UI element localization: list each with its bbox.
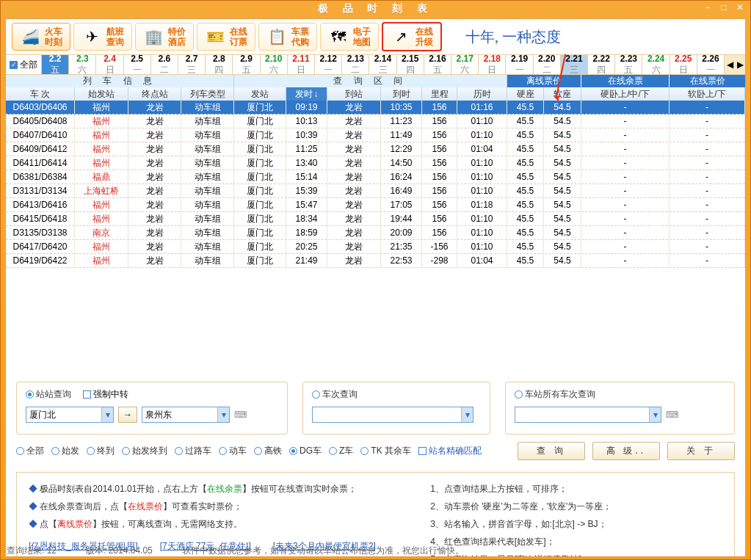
chevron-down-icon[interactable]: ▾ — [101, 407, 113, 422]
column-header[interactable]: 硬卧上/中/下 — [581, 87, 670, 101]
date-cell[interactable]: 2.16五 — [424, 55, 451, 74]
chevron-down-icon[interactable]: ▾ — [649, 407, 661, 422]
table-row[interactable]: D6419/D6422福州龙岩动车组厦门北21:49龙岩22:53-29801:… — [6, 254, 745, 268]
date-cell[interactable]: 2.23五 — [615, 55, 642, 74]
filter-radio[interactable]: TK 其余车 — [360, 445, 411, 457]
minimize-icon[interactable]: － — [702, 2, 714, 12]
app-title: 极 品 时 刻 表 — [318, 2, 434, 15]
toolbar-hotel-button[interactable]: 🏢特价酒店 — [135, 23, 194, 51]
column-header[interactable]: 列车类型 — [181, 87, 234, 101]
date-cell[interactable]: 2.11日 — [288, 55, 315, 74]
date-cell[interactable]: 2.26一 — [697, 55, 725, 74]
tip-item: 1、点查询结果上方按钮，可排序； — [430, 480, 722, 498]
date-cell[interactable]: 2.4日 — [96, 55, 123, 74]
date-cell[interactable]: 2.22四 — [588, 55, 615, 74]
date-cell[interactable]: 2.14三 — [369, 55, 396, 74]
tip-item: 3、站名输入，拼音首字母，如:[北京] -> BJ； — [430, 515, 722, 533]
filter-radio[interactable]: 动车 — [219, 445, 247, 457]
online-price-button[interactable]: 在线票价 — [670, 75, 745, 87]
date-cell[interactable]: 2.5一 — [124, 55, 151, 74]
keyboard-icon[interactable]: ⌨ — [234, 410, 247, 420]
online-remain-button[interactable]: 在线余票 — [581, 75, 670, 87]
date-cell[interactable]: 2.19一 — [506, 55, 533, 74]
offline-price-button[interactable]: 离线票价 — [507, 75, 581, 87]
toolbar-plane-button[interactable]: ✈航班查询 — [73, 23, 132, 51]
date-cell[interactable]: 2.7三 — [178, 55, 206, 74]
column-header[interactable]: 始发站 — [75, 87, 128, 101]
filter-radio[interactable]: 全部 — [16, 445, 44, 457]
station-all-radio[interactable]: 车站所有车次查询 — [515, 388, 595, 401]
toolbar-train-button[interactable]: 🚄火车时刻 — [12, 23, 70, 51]
date-cell[interactable]: 2.18日 — [479, 55, 506, 74]
date-cell[interactable]: 2.8四 — [206, 55, 233, 74]
table-row[interactable]: D6403/D6406福州龙岩动车组厦门北09:19龙岩10:3515601:1… — [6, 101, 745, 114]
table-row[interactable]: D6411/D6414福州龙岩动车组厦门北13:40龙岩14:5015601:1… — [6, 156, 745, 170]
date-strip: ✓ 全部 2.2五2.3六2.4日2.5一2.6二2.7三2.8四2.9五2.1… — [6, 54, 745, 75]
date-cell[interactable]: 2.9五 — [233, 55, 260, 74]
table-row[interactable]: D6417/D6420福州龙岩动车组厦门北20:25龙岩21:35-15601:… — [6, 240, 745, 254]
force-transfer-checkbox[interactable]: 强制中转 — [83, 388, 128, 401]
column-header[interactable]: 车 次 — [6, 87, 75, 101]
table-row[interactable]: D6413/D6416福州龙岩动车组厦门北15:47龙岩17:0515601:1… — [6, 198, 745, 212]
adv-button[interactable]: 高 级.. — [592, 442, 660, 460]
filter-radio[interactable]: 始发终到 — [122, 445, 167, 457]
date-cell[interactable]: 2.12一 — [315, 55, 342, 74]
filter-radio[interactable]: Z车 — [329, 445, 353, 457]
column-header[interactable]: 终点站 — [128, 87, 181, 101]
filter-radio[interactable]: 过路车 — [175, 445, 211, 457]
toolbar-upgrade-button[interactable]: ↗在线升级 — [382, 22, 442, 52]
filter-radio[interactable]: 始发 — [51, 445, 79, 457]
swap-stations-button[interactable]: → — [118, 407, 137, 423]
from-station-select[interactable]: 厦门北▾ — [26, 407, 114, 423]
keyboard-icon[interactable]: ⌨ — [666, 410, 678, 420]
station-query-radio[interactable]: 站站查询 — [26, 388, 71, 401]
column-header[interactable]: 发时 — [286, 87, 327, 101]
date-cell[interactable]: 2.2五 — [42, 55, 69, 74]
filter-radio[interactable]: 高铁 — [254, 445, 282, 457]
chevron-down-icon[interactable]: ▾ — [461, 407, 473, 422]
table-row[interactable]: D6415/D6418福州龙岩动车组厦门北18:34龙岩19:4415601:1… — [6, 212, 745, 226]
column-header[interactable]: 历时 — [457, 87, 507, 101]
chevron-down-icon[interactable]: ▾ — [217, 407, 229, 422]
date-cell[interactable]: 2.3六 — [69, 55, 96, 74]
column-header[interactable]: 软卧上/下 — [670, 87, 745, 101]
date-cell[interactable]: 2.25日 — [670, 55, 697, 74]
date-all-checkbox[interactable]: ✓ 全部 — [6, 55, 42, 74]
train-number-radio[interactable]: 车次查询 — [312, 388, 358, 401]
toolbar-agent-button[interactable]: 📋车票代购 — [258, 23, 317, 51]
filter-radio[interactable]: DG车 — [289, 445, 322, 457]
to-station-select[interactable]: 泉州东▾ — [142, 407, 230, 423]
toolbar-ticket-button[interactable]: 🎫在线订票 — [197, 23, 255, 51]
result-count: 查询结果: 12 — [7, 545, 57, 557]
query-button[interactable]: 查 询 — [518, 442, 585, 460]
table-row[interactable]: D6405/D6408福州龙岩动车组厦门北10:13龙岩11:2315601:1… — [6, 114, 745, 128]
column-header[interactable]: 到站 — [327, 87, 381, 101]
map-icon: 🗺 — [328, 26, 349, 47]
station-all-select[interactable]: ▾ — [515, 407, 661, 423]
close-icon[interactable]: ✕ — [734, 2, 746, 12]
table-row[interactable]: D3131/D3134上海虹桥龙岩动车组厦门北15:39龙岩16:4915601… — [6, 184, 745, 198]
filter-radio[interactable]: 终到 — [87, 445, 115, 457]
date-cell[interactable]: 2.20二 — [534, 55, 561, 74]
column-header[interactable]: 发站 — [234, 87, 286, 101]
table-row[interactable]: D6381/D6384福鼎龙岩动车组厦门北15:14龙岩16:2415601:1… — [6, 170, 745, 184]
date-cell[interactable]: 2.10六 — [261, 55, 288, 74]
maximize-icon[interactable]: □ — [718, 2, 730, 12]
column-header[interactable]: 里程 — [422, 87, 457, 101]
column-header[interactable]: 硬座 — [507, 87, 544, 101]
table-row[interactable]: D3135/D3138南京龙岩动车组厦门北18:59龙岩20:0915601:1… — [6, 226, 745, 240]
table-row[interactable]: D6407/D6410福州龙岩动车组厦门北10:39龙岩11:4915601:1… — [6, 128, 745, 142]
date-cell[interactable]: 2.6二 — [151, 55, 178, 74]
date-cell[interactable]: 2.13二 — [342, 55, 369, 74]
table-row[interactable]: D6409/D6412福州龙岩动车组厦门北11:25龙岩12:2915601:0… — [6, 142, 745, 156]
date-prev-icon[interactable]: ◀ — [725, 55, 735, 74]
column-header[interactable]: 到时 — [381, 87, 422, 101]
date-cell[interactable]: 2.24六 — [642, 55, 670, 74]
train-number-select[interactable]: ▾ — [312, 407, 474, 423]
date-cell[interactable]: 2.15四 — [397, 55, 424, 74]
date-next-icon[interactable]: ▶ — [735, 55, 745, 74]
toolbar-map-button[interactable]: 🗺电子地图 — [320, 23, 379, 51]
date-cell[interactable]: 2.17六 — [451, 55, 479, 74]
exact-match-checkbox[interactable]: 站名精确匹配 — [418, 445, 482, 457]
about-button[interactable]: 关 于 — [667, 442, 735, 460]
